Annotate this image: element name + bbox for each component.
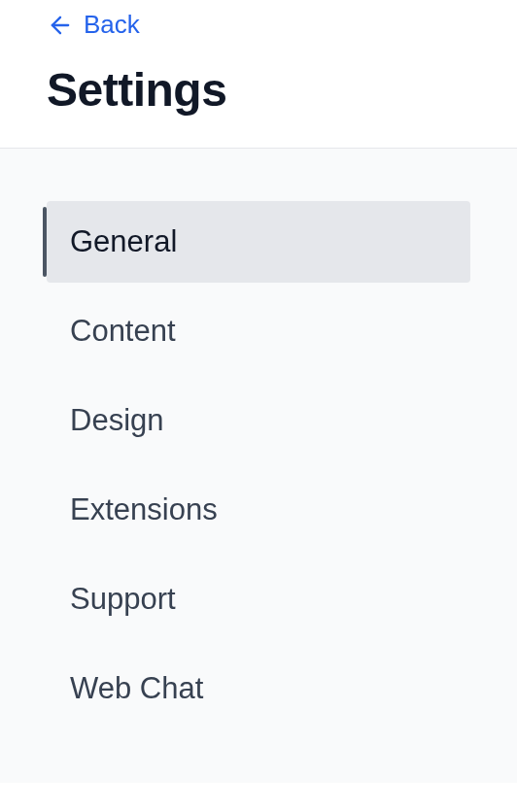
arrow-left-icon	[47, 12, 74, 39]
nav-item-design[interactable]: Design	[47, 380, 470, 461]
nav-item-label: Support	[70, 582, 176, 616]
nav-item-web-chat[interactable]: Web Chat	[47, 648, 470, 729]
nav-item-label: Web Chat	[70, 671, 203, 705]
nav-item-label: Design	[70, 403, 164, 437]
nav-item-general[interactable]: General	[47, 201, 470, 283]
nav-item-label: General	[70, 224, 177, 258]
nav-item-label: Extensions	[70, 492, 218, 526]
nav-item-extensions[interactable]: Extensions	[47, 469, 470, 551]
nav-item-content[interactable]: Content	[47, 290, 470, 372]
content-area: General Content Design Extensions Suppor…	[0, 149, 517, 783]
settings-nav: General Content Design Extensions Suppor…	[47, 201, 470, 729]
back-link[interactable]: Back	[47, 10, 140, 40]
back-label: Back	[84, 10, 140, 40]
nav-item-support[interactable]: Support	[47, 558, 470, 640]
page-title: Settings	[47, 63, 470, 117]
nav-item-label: Content	[70, 314, 176, 348]
header: Back Settings	[0, 0, 517, 149]
